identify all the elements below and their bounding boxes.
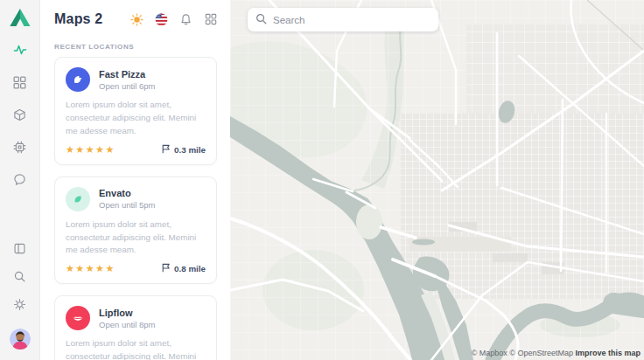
location-description: Lorem ipsum dolor sit amet, consectetur … bbox=[66, 337, 206, 360]
location-name: Fast Pizza bbox=[99, 69, 155, 80]
location-description: Lorem ipsum dolor sit amet, consectetur … bbox=[66, 218, 206, 258]
bell-icon[interactable] bbox=[179, 13, 192, 26]
section-label: RECENT LOCATIONS bbox=[54, 43, 217, 51]
location-name: Envato bbox=[99, 188, 155, 198]
page-title: Maps 2 bbox=[54, 11, 102, 27]
gear-icon[interactable] bbox=[13, 297, 27, 311]
cube-icon[interactable] bbox=[13, 107, 27, 121]
location-description: Lorem ipsum dolor sit amet, consectetur … bbox=[66, 99, 206, 138]
improve-map-link[interactable]: Improve this map bbox=[575, 349, 640, 357]
header-actions bbox=[130, 13, 217, 26]
maps-app: Maps 2 RECENT LOCATIONS Fast Pizza Open … bbox=[0, 0, 644, 360]
location-card[interactable]: Lipflow Open until 8pm Lorem ipsum dolor… bbox=[54, 295, 217, 360]
icon-rail bbox=[0, 0, 40, 360]
rail-bottom bbox=[10, 241, 31, 360]
attribution-text: © Mapbox © OpenStreetMap bbox=[472, 349, 573, 357]
map-search-bar bbox=[248, 8, 438, 31]
distance-label: 0.8 mile bbox=[174, 264, 206, 273]
map-canvas[interactable]: © Mapbox © OpenStreetMap Improve this ma… bbox=[230, 0, 644, 360]
sun-icon[interactable] bbox=[130, 13, 144, 26]
chip-icon[interactable] bbox=[13, 140, 27, 154]
user-avatar[interactable] bbox=[10, 329, 31, 350]
location-hours: Open until 6pm bbox=[99, 81, 155, 91]
apps-grid-icon[interactable] bbox=[204, 13, 217, 26]
distance-label: 0.3 mile bbox=[174, 145, 206, 155]
locations-panel: Maps 2 RECENT LOCATIONS Fast Pizza Open … bbox=[40, 0, 230, 360]
bird-icon bbox=[66, 67, 90, 92]
columns-icon[interactable] bbox=[13, 241, 27, 255]
us-flag-icon[interactable] bbox=[155, 13, 168, 26]
triangle-logo-icon[interactable] bbox=[9, 7, 32, 31]
lips-icon bbox=[66, 306, 90, 330]
chat-icon[interactable] bbox=[13, 172, 27, 186]
search-input[interactable] bbox=[273, 15, 430, 25]
rail-nav bbox=[13, 43, 27, 186]
activity-icon[interactable] bbox=[13, 43, 27, 57]
flag-icon bbox=[162, 144, 171, 156]
panel-header: Maps 2 bbox=[54, 11, 217, 27]
location-card-list: Fast Pizza Open until 6pm Lorem ipsum do… bbox=[54, 57, 217, 360]
location-card[interactable]: Envato Open until 5pm Lorem ipsum dolor … bbox=[54, 177, 217, 285]
map-attribution: © Mapbox © OpenStreetMap Improve this ma… bbox=[472, 349, 640, 357]
search-icon[interactable] bbox=[13, 269, 27, 283]
location-hours: Open until 5pm bbox=[99, 200, 155, 210]
location-card[interactable]: Fast Pizza Open until 6pm Lorem ipsum do… bbox=[54, 57, 217, 165]
grid-icon[interactable] bbox=[13, 75, 27, 89]
flag-icon bbox=[162, 263, 171, 274]
rating-stars: ★★★★★ bbox=[66, 263, 116, 274]
rating-stars: ★★★★★ bbox=[66, 144, 116, 156]
basemap-svg bbox=[230, 0, 644, 360]
search-icon bbox=[256, 12, 267, 28]
leaf-icon bbox=[66, 187, 90, 211]
location-hours: Open until 8pm bbox=[99, 320, 155, 329]
location-name: Lipflow bbox=[99, 308, 155, 318]
